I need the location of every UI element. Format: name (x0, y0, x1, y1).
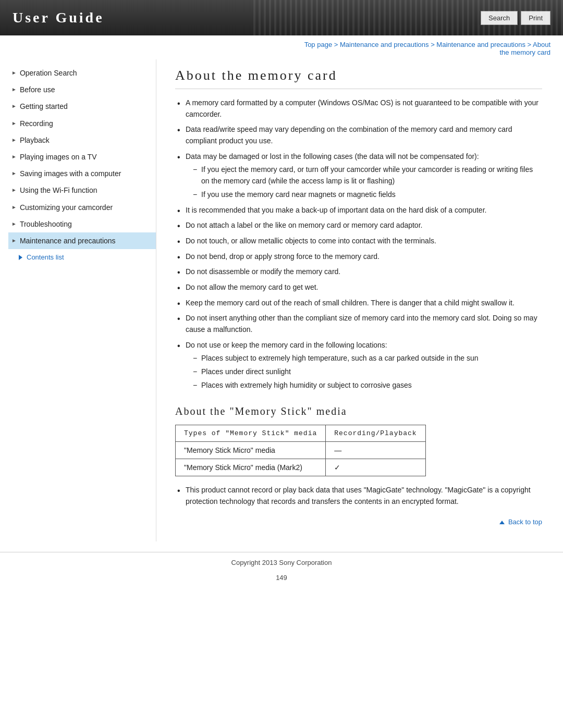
sub-list-locations: Places subject to extremely high tempera… (193, 353, 542, 391)
sidebar-label: Playback (20, 135, 151, 145)
sidebar-item-getting-started[interactable]: ► Getting started (8, 98, 156, 115)
breadcrumb-newline: the memory card (499, 48, 550, 56)
sidebar-item-playback[interactable]: ► Playback (8, 132, 156, 149)
triangle-up-icon (499, 521, 505, 524)
page-number: 149 (0, 571, 563, 587)
sidebar-item-troubleshooting[interactable]: ► Troubleshooting (8, 216, 156, 232)
breadcrumb-sep2: > (429, 41, 437, 48)
memory-stick-table: Types of "Memory Stick" media Recording/… (175, 425, 426, 476)
table-row: "Memory Stick Micro" media — (176, 442, 426, 459)
bullet-item-10: Keep the memory card out of the reach of… (175, 298, 542, 309)
breadcrumb-sep3: > (525, 41, 533, 48)
final-bullet-list: This product cannot record or play back … (175, 485, 542, 507)
search-button[interactable]: Search (481, 11, 518, 25)
page-layout: ► Operation Search ► Before use ► Gettin… (0, 59, 563, 541)
footer-copyright: Copyright 2013 Sony Corporation (0, 552, 563, 571)
sidebar-label: Playing images on a TV (20, 152, 151, 162)
table-cell-row2-col2: ✓ (326, 459, 425, 476)
sidebar-item-operation-search[interactable]: ► Operation Search (8, 65, 156, 81)
sidebar-label: Getting started (20, 102, 151, 111)
sidebar-label: Customizing your camcorder (20, 203, 151, 212)
sub-item-2: If you use the memory card near magnets … (193, 189, 542, 201)
arrow-icon: ► (11, 187, 17, 193)
arrow-icon: ► (11, 237, 17, 244)
bullet-item-9: Do not allow the memory card to get wet. (175, 282, 542, 293)
bullet-item-4: It is recommended that you make a back-u… (175, 205, 542, 216)
sidebar-item-customizing[interactable]: ► Customizing your camcorder (8, 199, 156, 216)
arrow-icon: ► (11, 69, 17, 76)
sidebar-item-recording[interactable]: ► Recording (8, 115, 156, 132)
back-to-top[interactable]: Back to top (175, 518, 542, 526)
table-cell-row1-col2: — (326, 442, 425, 459)
sidebar: ► Operation Search ► Before use ► Gettin… (0, 59, 156, 541)
arrow-right-icon (19, 255, 22, 260)
main-content: About the memory card A memory card form… (156, 59, 563, 541)
arrow-icon: ► (11, 170, 17, 177)
bullet-item-12: Do not use or keep the memory card in th… (175, 340, 542, 391)
bullet-item-1: A memory card formatted by a computer (W… (175, 97, 542, 120)
sidebar-item-maintenance[interactable]: ► Maintenance and precautions (8, 232, 156, 249)
contents-list-link[interactable]: Contents list (8, 249, 156, 263)
header-buttons: Search Print (481, 11, 550, 25)
bullet-item-3: Data may be damaged or lost in the follo… (175, 151, 542, 201)
arrow-icon: ► (11, 204, 17, 211)
app-title: User Guide (13, 9, 104, 26)
breadcrumb-maintenance1[interactable]: Maintenance and precautions (340, 41, 429, 48)
sidebar-label: Before use (20, 85, 151, 94)
bullet-item-2: Data read/write speed may vary depending… (175, 124, 542, 146)
sub-item-loc-1: Places subject to extremely high tempera… (193, 353, 542, 364)
table-col2-header: Recording/Playback (326, 425, 425, 442)
sidebar-item-playing-images[interactable]: ► Playing images on a TV (8, 149, 156, 165)
table-cell-row2-col1: "Memory Stick Micro" media (Mark2) (176, 459, 326, 476)
breadcrumb-sep1: > (332, 41, 340, 48)
sidebar-label: Using the Wi-Fi function (20, 186, 151, 195)
bullet-item-6: Do not touch, or allow metallic objects … (175, 236, 542, 247)
arrow-icon: ► (11, 137, 17, 143)
breadcrumb-maintenance2[interactable]: Maintenance and precautions (436, 41, 525, 48)
sidebar-label: Troubleshooting (20, 219, 151, 229)
table-cell-row1-col1: "Memory Stick Micro" media (176, 442, 326, 459)
contents-link-label: Contents list (27, 253, 64, 261)
final-bullet-item-1: This product cannot record or play back … (175, 485, 542, 507)
sub-item-loc-3: Places with extremely high humidity or s… (193, 380, 542, 391)
sidebar-label: Operation Search (20, 68, 151, 78)
breadcrumb-top-page[interactable]: Top page (304, 41, 333, 48)
arrow-icon: ► (11, 153, 17, 160)
sidebar-item-before-use[interactable]: ► Before use (8, 81, 156, 98)
arrow-icon: ► (11, 120, 17, 127)
sub-item-1: If you eject the memory card, or turn of… (193, 164, 542, 187)
arrow-icon: ► (11, 103, 17, 109)
page-title: About the memory card (175, 68, 542, 89)
arrow-icon: ► (11, 220, 17, 227)
sidebar-item-saving-images[interactable]: ► Saving images with a computer (8, 165, 156, 182)
sidebar-label: Maintenance and precautions (20, 236, 151, 245)
bullet-item-7: Do not bend, drop or apply strong force … (175, 251, 542, 263)
breadcrumb-about: About (533, 41, 550, 48)
sidebar-label: Recording (20, 119, 151, 128)
sidebar-item-wifi[interactable]: ► Using the Wi-Fi function (8, 182, 156, 199)
bullet-item-5: Do not attach a label or the like on mem… (175, 220, 542, 231)
table-col1-header: Types of "Memory Stick" media (176, 425, 326, 442)
sidebar-label: Saving images with a computer (20, 169, 151, 178)
main-bullet-list: A memory card formatted by a computer (W… (175, 97, 542, 391)
header: User Guide Search Print (0, 0, 563, 35)
breadcrumb: Top page > Maintenance and precautions >… (0, 35, 563, 59)
back-to-top-link[interactable]: Back to top (499, 518, 542, 526)
bullet-item-8: Do not disassemble or modify the memory … (175, 266, 542, 278)
sub-list-data-damaged: If you eject the memory card, or turn of… (193, 164, 542, 200)
bullet-item-11: Do not insert anything other than the co… (175, 313, 542, 335)
arrow-icon: ► (11, 86, 17, 93)
table-row: "Memory Stick Micro" media (Mark2) ✓ (176, 459, 426, 476)
print-button[interactable]: Print (521, 11, 550, 25)
sub-item-loc-2: Places under direct sunlight (193, 366, 542, 378)
section2-title: About the "Memory Stick" media (175, 405, 542, 417)
